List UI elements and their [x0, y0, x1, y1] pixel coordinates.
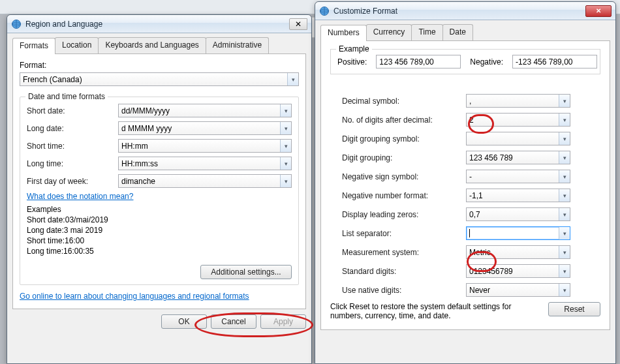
first-dow-dropdown[interactable]: dimanche▾	[118, 174, 292, 188]
chevron-down-icon: ▾	[559, 170, 570, 183]
standard-digits-combo[interactable]: 0123456789▾	[466, 264, 570, 278]
tab-currency[interactable]: Currency	[366, 24, 412, 40]
native-digits-label: Use native digits:	[342, 286, 466, 295]
ex-short-time-value: 16:00	[65, 236, 84, 245]
region-title: Region and Language	[25, 20, 289, 29]
customize-titlebar[interactable]: Customize Format ✕	[315, 2, 615, 20]
negative-sign-label: Negative sign symbol:	[342, 172, 466, 181]
cancel-button[interactable]: Cancel	[211, 314, 256, 329]
example-legend: Example	[336, 44, 372, 53]
ex-short-time-label: Short time:	[27, 236, 65, 245]
region-titlebar[interactable]: Region and Language ✕	[7, 15, 311, 33]
chevron-down-icon: ▾	[559, 189, 570, 202]
format-value: French (Canada)	[23, 75, 82, 84]
long-date-label: Long date:	[27, 124, 118, 133]
chevron-down-icon: ▾	[280, 104, 291, 117]
reset-hint: Click Reset to restore the system defaul…	[330, 302, 542, 320]
ex-long-date-value: 3 mai 2019	[64, 226, 102, 235]
chevron-down-icon: ▾	[280, 122, 291, 134]
leading-zeros-combo[interactable]: 0,7▾	[466, 207, 570, 221]
close-button[interactable]: ✕	[289, 18, 307, 30]
leading-zeros-label: Display leading zeros:	[342, 210, 466, 219]
tab-time[interactable]: Time	[411, 24, 442, 40]
decimal-symbol-combo[interactable]: ,▾	[466, 94, 570, 108]
customize-format-window: Customize Format ✕ Numbers Currency Time…	[315, 1, 616, 364]
negative-example: -123 456 789,00	[512, 55, 597, 68]
close-button[interactable]: ✕	[585, 5, 612, 17]
ex-long-time-value: 16:00:35	[63, 247, 94, 256]
chevron-down-icon: ▾	[559, 132, 570, 145]
list-separator-combo[interactable]: ▾	[466, 226, 570, 240]
tab-keyboards[interactable]: Keyboards and Languages	[98, 37, 206, 53]
positive-label: Positive:	[337, 57, 367, 67]
notation-link[interactable]: What does the notation mean?	[27, 192, 133, 201]
decimal-symbol-label: Decimal symbol:	[342, 97, 466, 106]
chevron-down-icon: ▾	[559, 151, 570, 164]
ex-long-date-label: Long date:	[27, 226, 64, 235]
globe-icon	[11, 19, 22, 29]
long-time-dropdown[interactable]: HH:mm:ss▾	[118, 157, 292, 170]
list-separator-label: List separator:	[342, 229, 466, 238]
negative-format-label: Negative number format:	[342, 191, 466, 200]
positive-example: 123 456 789,00	[376, 55, 461, 68]
long-time-label: Long time:	[27, 159, 118, 168]
short-date-label: Short date:	[27, 106, 118, 115]
ex-long-time-label: Long time:	[27, 247, 63, 256]
long-date-dropdown[interactable]: d MMMM yyyy▾	[118, 121, 292, 135]
native-digits-combo[interactable]: Never▾	[466, 283, 570, 297]
standard-digits-label: Standard digits:	[342, 267, 466, 276]
chevron-down-icon: ▾	[280, 157, 291, 170]
short-time-label: Short time:	[27, 142, 118, 151]
short-date-dropdown[interactable]: dd/MMM/yyyy▾	[118, 104, 292, 117]
reset-button[interactable]: Reset	[548, 302, 600, 316]
region-tabs: Formats Location Keyboards and Languages…	[12, 37, 306, 54]
first-dow-label: First day of week:	[27, 177, 118, 186]
negative-format-combo[interactable]: -1,1▾	[466, 189, 570, 202]
digits-after-combo[interactable]: 2▾	[466, 113, 570, 127]
additional-settings-button[interactable]: Additional settings...	[200, 265, 292, 279]
chevron-down-icon: ▾	[559, 227, 570, 239]
online-help-link[interactable]: Go online to learn about changing langua…	[20, 292, 249, 301]
grouping-symbol-label: Digit grouping symbol:	[342, 134, 466, 144]
digits-after-label: No. of digits after decimal:	[342, 115, 466, 125]
datetime-group-legend: Date and time formats	[25, 92, 108, 101]
ex-short-date-label: Short date:	[27, 215, 65, 224]
region-language-window: Region and Language ✕ Formats Location K…	[7, 14, 312, 364]
chevron-down-icon: ▾	[559, 246, 570, 258]
chevron-down-icon: ▾	[559, 114, 570, 126]
digit-grouping-combo[interactable]: 123 456 789▾	[466, 151, 570, 164]
format-dropdown[interactable]: French (Canada) ▾	[20, 72, 299, 86]
digit-grouping-label: Digit grouping:	[342, 153, 466, 162]
measurement-label: Measurement system:	[342, 248, 466, 257]
short-time-dropdown[interactable]: HH:mm▾	[118, 139, 292, 153]
chevron-down-icon: ▾	[559, 265, 570, 277]
negative-label: Negative:	[470, 57, 503, 67]
customize-tabs: Numbers Currency Time Date	[320, 24, 610, 41]
tab-location[interactable]: Location	[55, 37, 99, 53]
tab-date[interactable]: Date	[442, 24, 473, 40]
customize-title: Customize Format	[333, 7, 585, 16]
chevron-down-icon: ▾	[559, 208, 570, 220]
negative-sign-combo[interactable]: -▾	[466, 170, 570, 183]
apply-button[interactable]: Apply	[260, 314, 306, 329]
tab-numbers[interactable]: Numbers	[320, 25, 367, 41]
chevron-down-icon: ▾	[559, 95, 570, 107]
measurement-combo[interactable]: Metric▾	[466, 245, 570, 259]
format-label: Format:	[20, 61, 299, 70]
ex-short-date-value: 03/mai/2019	[65, 215, 108, 224]
globe-icon	[319, 6, 330, 16]
chevron-down-icon: ▾	[559, 284, 570, 296]
examples-legend: Examples	[27, 205, 292, 214]
chevron-down-icon: ▾	[280, 175, 291, 187]
chevron-down-icon: ▾	[280, 140, 291, 152]
chevron-down-icon: ▾	[287, 73, 298, 85]
tab-administrative[interactable]: Administrative	[206, 37, 269, 53]
grouping-symbol-combo[interactable]: ▾	[466, 132, 570, 145]
tab-formats[interactable]: Formats	[12, 38, 55, 54]
ok-button[interactable]: OK	[161, 314, 207, 329]
